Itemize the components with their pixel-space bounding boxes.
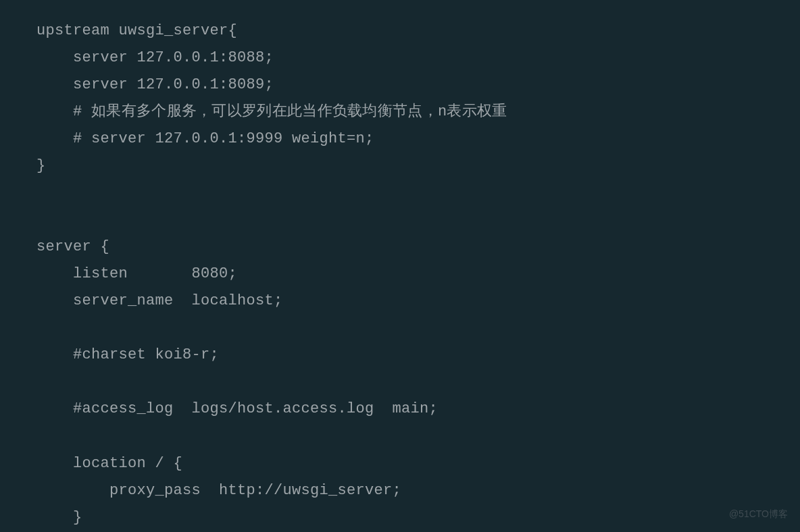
code-line: # 如果有多个服务，可以罗列在此当作负载均衡节点，n表示权重 — [36, 103, 507, 120]
code-block: upstream uwsgi_server{ server 127.0.0.1:… — [36, 18, 764, 531]
code-line: #access_log logs/host.access.log main; — [36, 400, 438, 417]
code-line: server_name localhost; — [36, 292, 283, 309]
code-line: #charset koi8-r; — [36, 346, 219, 363]
code-line: server 127.0.0.1:8089; — [36, 76, 274, 93]
code-line: } — [36, 509, 82, 526]
code-line: # server 127.0.0.1:9999 weight=n; — [36, 130, 374, 147]
code-line: } — [36, 157, 46, 174]
code-line: server { — [36, 238, 109, 255]
watermark-text: @51CTO博客 — [729, 506, 788, 523]
code-line: location / { — [36, 455, 182, 472]
code-line: upstream uwsgi_server{ — [36, 22, 237, 39]
code-line: listen 8080; — [36, 265, 237, 282]
code-line: proxy_pass http://uwsgi_server; — [36, 482, 401, 499]
code-line: server 127.0.0.1:8088; — [36, 49, 274, 66]
